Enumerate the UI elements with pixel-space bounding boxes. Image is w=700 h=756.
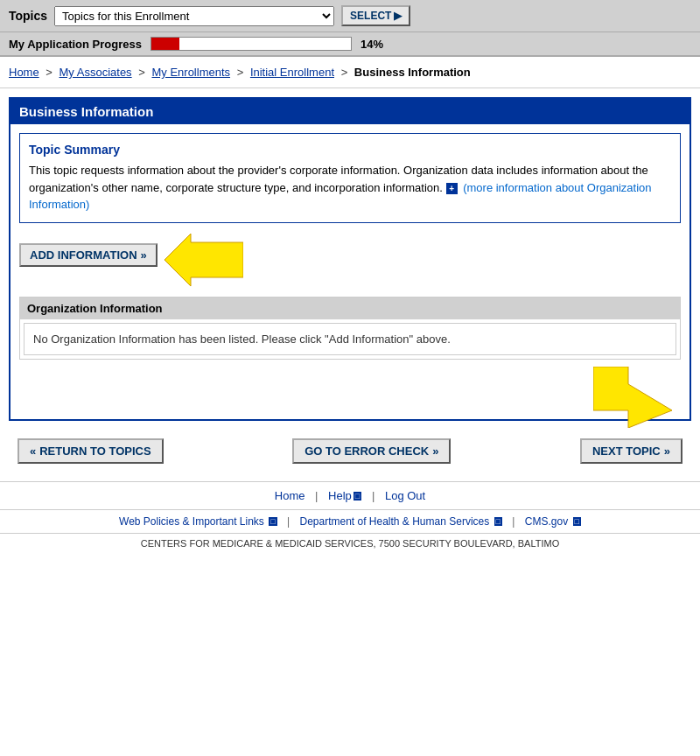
select-arrow-icon: ▶ [394,10,402,22]
breadcrumb-my-associates[interactable]: My Associates [60,66,132,79]
org-info-section: Organization Information No Organization… [19,297,681,360]
add-information-button[interactable]: ADD INFORMATION » [19,243,158,267]
business-info-panel: Business Information Topic Summary This … [9,97,691,421]
svg-marker-1 [593,367,672,428]
return-to-topics-button[interactable]: « RETURN TO TOPICS [18,438,164,464]
progress-fill [151,38,179,50]
progress-label: My Application Progress [9,38,142,51]
add-info-arrows-icon: » [141,248,147,262]
footer-logout-link[interactable]: Log Out [385,489,425,502]
topics-dropdown[interactable]: Topics for this Enrollment [54,6,334,26]
select-button-label: SELECT [350,10,391,22]
yellow-arrow-right-bottom-icon [593,367,672,428]
yellow-arrow-left-icon [164,234,243,286]
add-info-row: ADD INFORMATION » [19,234,681,286]
next-topic-arrows-icon: » [664,444,670,458]
org-info-empty-message: No Organization Information has been lis… [24,323,676,355]
progress-percent: 14% [360,38,383,51]
add-info-label: ADD INFORMATION [30,248,137,262]
footer-bottom-links: Web Policies & Important Links □ | Depar… [0,509,700,533]
breadcrumb-initial-enrollment[interactable]: Initial Enrollment [250,66,334,79]
cms-footer: CENTERS FOR MEDICARE & MEDICAID SERVICES… [0,533,700,553]
return-label: RETURN TO TOPICS [39,444,150,458]
svg-marker-0 [164,234,243,286]
cms-ext-icon: □ [573,517,581,526]
breadcrumb: Home > My Associates > My Enrollments > … [0,57,700,88]
main-content: Business Information Topic Summary This … [0,88,700,481]
topic-summary-title: Topic Summary [29,143,671,157]
next-topic-button[interactable]: NEXT TOPIC » [580,438,682,464]
web-policies-link[interactable]: Web Policies & Important Links □ [119,515,280,528]
topics-label: Topics [9,9,47,23]
topic-summary-text: This topic requests information about th… [29,162,671,214]
panel-header: Business Information [10,99,690,124]
breadcrumb-home[interactable]: Home [9,66,39,79]
panel-body: Topic Summary This topic requests inform… [10,124,690,419]
breadcrumb-my-enrollments[interactable]: My Enrollments [151,66,230,79]
top-bar: Topics Topics for this Enrollment SELECT… [0,0,700,32]
next-topic-label: NEXT TOPIC [592,444,661,458]
footer-links: Home | Help□ | Log Out [0,481,700,509]
progress-bar-row: My Application Progress 14% [0,32,700,57]
cms-link[interactable]: CMS.gov □ [525,515,581,528]
return-arrows-icon: « [30,444,36,458]
help-ext-icon: □ [354,492,361,500]
go-to-error-check-button[interactable]: GO TO ERROR CHECK » [292,438,451,464]
hhs-link[interactable]: Department of Health & Human Services □ [299,515,505,528]
org-info-header: Organization Information [20,298,680,319]
web-policies-ext-icon: □ [269,517,276,526]
info-icon: + [446,183,458,194]
error-check-label: GO TO ERROR CHECK [304,444,429,458]
progress-track [150,37,352,51]
hhs-ext-icon: □ [494,517,502,526]
topic-summary-box: Topic Summary This topic requests inform… [19,133,681,223]
select-button[interactable]: SELECT ▶ [341,5,410,26]
error-check-arrows-icon: » [432,444,438,458]
bottom-nav: « RETURN TO TOPICS GO TO ERROR CHECK » N… [9,430,691,472]
breadcrumb-current: Business Information [354,66,471,79]
footer-help-link[interactable]: Help□ [328,489,365,502]
footer-home-link[interactable]: Home [275,489,305,502]
